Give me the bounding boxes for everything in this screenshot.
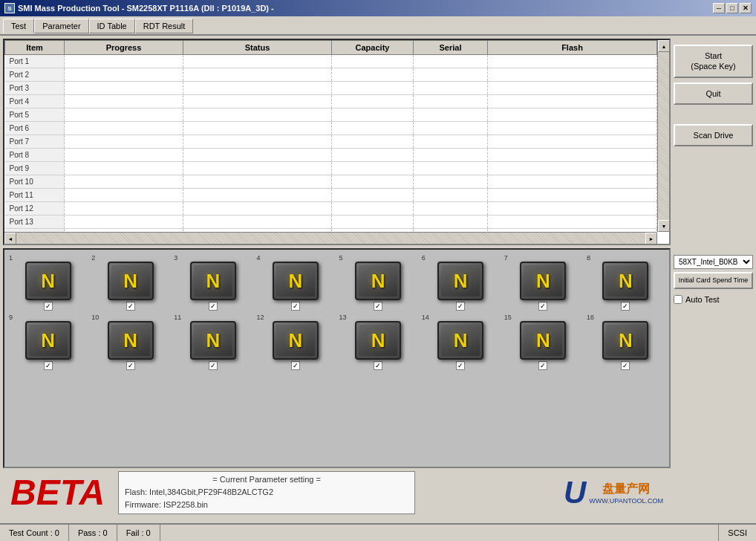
title-bar-buttons: ─ □ ✕: [713, 3, 752, 13]
auto-test-checkbox[interactable]: [674, 295, 682, 304]
port-checkbox-container[interactable]: ✓: [456, 361, 465, 370]
port-checkbox-container[interactable]: ✓: [126, 361, 135, 370]
port-number: 1: [9, 254, 13, 262]
tab-parameter[interactable]: Parameter: [34, 19, 88, 33]
auto-test-label: Auto Test: [685, 295, 720, 304]
port-check[interactable]: ✓: [374, 361, 382, 370]
port-item: 7 N ✓: [503, 254, 584, 311]
port-check[interactable]: ✓: [126, 361, 135, 370]
horizontal-scrollbar[interactable]: ◄ ►: [4, 232, 657, 244]
port-check[interactable]: ✓: [44, 302, 53, 311]
port-item: 6 N ✓: [420, 254, 501, 311]
port-number: 15: [504, 314, 512, 321]
cell-progress: [65, 95, 183, 108]
table-row: Port 2: [5, 68, 657, 82]
scroll-left-btn[interactable]: ◄: [4, 233, 16, 244]
tab-rdt-result[interactable]: RDT Result: [135, 19, 194, 33]
table-row: Port 8: [5, 149, 657, 162]
data-table-container: Item Progress Status Capacity Serial Fla…: [3, 39, 671, 245]
col-capacity: Capacity: [332, 41, 414, 55]
cell-item: Port 10: [5, 175, 65, 189]
drive-icon: N: [437, 262, 483, 300]
port-item: 10 N ✓: [90, 314, 171, 370]
port-checkbox-container[interactable]: ✓: [621, 361, 630, 370]
port-check[interactable]: ✓: [456, 361, 465, 370]
port-check[interactable]: ✓: [291, 361, 300, 370]
port-checkbox-container[interactable]: ✓: [374, 302, 382, 311]
drive-icon: N: [355, 262, 401, 300]
cell-status: [183, 202, 332, 216]
port-check[interactable]: ✓: [126, 302, 135, 311]
cell-item: Port 13: [5, 216, 65, 229]
logo-text: 盘量产网 WWW.UPANTOOL.COM: [589, 482, 663, 505]
cell-progress: [65, 216, 183, 229]
scroll-down-btn[interactable]: ▼: [658, 220, 670, 232]
cell-item: Port 8: [5, 149, 65, 162]
port-item: 14 N ✓: [420, 314, 501, 370]
table-row: Port 9: [5, 162, 657, 175]
scroll-right-btn[interactable]: ►: [645, 233, 657, 244]
port-checkbox-container[interactable]: ✓: [44, 361, 53, 370]
port-check[interactable]: ✓: [209, 302, 218, 311]
port-check[interactable]: ✓: [456, 302, 465, 311]
cell-progress: [65, 135, 183, 149]
cell-status: [183, 68, 332, 82]
tab-test[interactable]: Test: [3, 19, 34, 33]
cell-capacity: [332, 82, 414, 95]
minimize-button[interactable]: ─: [713, 3, 725, 13]
port-checkbox-container[interactable]: ✓: [209, 302, 218, 311]
port-item: 3 N ✓: [172, 254, 253, 311]
table-row: Port 3: [5, 82, 657, 95]
port-checkbox-container[interactable]: ✓: [456, 302, 465, 311]
tab-id-table[interactable]: ID Table: [89, 19, 135, 33]
cell-serial: [414, 108, 488, 122]
start-button[interactable]: Start (Space Key): [674, 45, 753, 78]
port-checkbox-container[interactable]: ✓: [621, 302, 630, 311]
port-letter: N: [123, 329, 137, 352]
table-row: Port 1: [5, 55, 657, 68]
port-check[interactable]: ✓: [44, 361, 53, 370]
scan-drive-button[interactable]: Scan Drive: [674, 124, 753, 146]
cell-item: Port 11: [5, 189, 65, 202]
drive-icon: N: [25, 262, 71, 300]
port-checkbox-container[interactable]: ✓: [44, 302, 53, 311]
cell-serial: [414, 202, 488, 216]
port-number: 4: [256, 254, 260, 262]
start-label-line2: (Space Key): [691, 62, 736, 71]
cell-serial: [414, 68, 488, 82]
port-checkbox-container[interactable]: ✓: [374, 361, 382, 370]
quit-button[interactable]: Quit: [674, 82, 753, 105]
port-checkbox-container[interactable]: ✓: [291, 361, 300, 370]
port-letter: N: [536, 329, 550, 352]
cell-progress: [65, 149, 183, 162]
port-number: 11: [174, 314, 181, 321]
profile-dropdown[interactable]: 58XT_Intel_B0KB: [674, 255, 753, 269]
vertical-scrollbar[interactable]: ▲ ▼: [657, 40, 669, 232]
close-button[interactable]: ✕: [740, 3, 752, 13]
port-checkbox-container[interactable]: ✓: [538, 361, 547, 370]
port-check[interactable]: ✓: [209, 361, 218, 370]
title-text: SMI Mass Production Tool - SM2258XT P111…: [18, 4, 274, 13]
cell-capacity: [332, 149, 414, 162]
drive-icon: N: [273, 321, 319, 360]
check-icon: ✓: [622, 362, 628, 369]
port-check[interactable]: ✓: [538, 302, 547, 311]
maximize-button[interactable]: □: [726, 3, 738, 13]
logo-sub: WWW.UPANTOOL.COM: [589, 497, 663, 505]
logo-u-letter: U: [564, 475, 586, 511]
port-check[interactable]: ✓: [621, 302, 630, 311]
port-check[interactable]: ✓: [621, 361, 630, 370]
col-serial: Serial: [414, 41, 488, 55]
port-checkbox-container[interactable]: ✓: [291, 302, 300, 311]
cell-progress: [65, 68, 183, 82]
port-checkbox-container[interactable]: ✓: [126, 302, 135, 311]
scroll-up-btn[interactable]: ▲: [658, 40, 670, 52]
port-check[interactable]: ✓: [374, 302, 382, 311]
initial-card-btn[interactable]: Initial Card Spend Time: [674, 272, 753, 289]
port-check[interactable]: ✓: [538, 361, 547, 370]
port-check[interactable]: ✓: [291, 302, 300, 311]
port-letter: N: [619, 329, 633, 352]
table-row: Port 4: [5, 95, 657, 108]
port-checkbox-container[interactable]: ✓: [209, 361, 218, 370]
port-checkbox-container[interactable]: ✓: [538, 302, 547, 311]
